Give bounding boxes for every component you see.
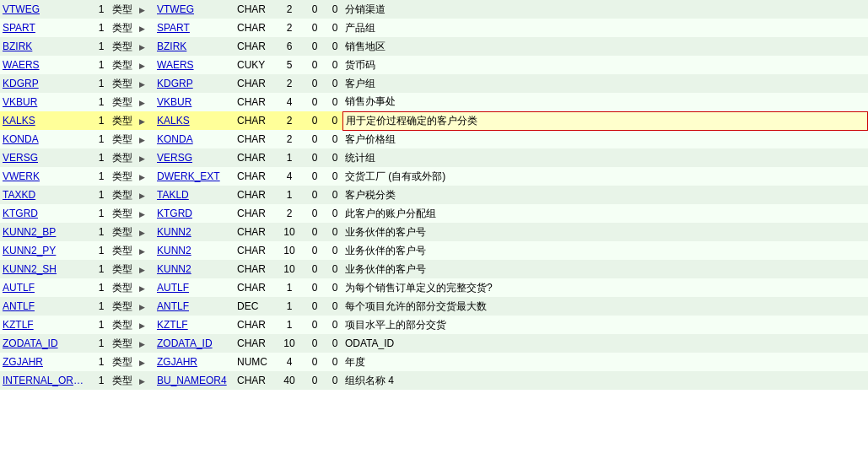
field-name-cell[interactable]: KDGRP <box>0 74 93 93</box>
length-cell: 40 <box>277 371 302 390</box>
decimal-cell: 0 <box>302 74 327 93</box>
rollname-link-cell[interactable]: DWERK_EXT <box>154 167 235 186</box>
rollname-link-cell[interactable]: KZTLF <box>154 316 235 334</box>
length-cell: 1 <box>277 316 302 334</box>
type-cell: 类型 <box>110 278 139 297</box>
rollname-link-cell[interactable]: BZIRK <box>154 37 235 56</box>
field-name-cell[interactable]: VTWEG <box>0 0 93 19</box>
rollname-link-cell[interactable]: WAERS <box>154 56 235 74</box>
description-cell: 货币码 <box>342 56 868 74</box>
length-cell: 2 <box>277 130 302 148</box>
field-name-cell[interactable]: WAERS <box>0 56 93 74</box>
num-cell: 1 <box>93 241 110 260</box>
num-cell: 1 <box>93 130 110 148</box>
field-name-cell[interactable]: AUTLF <box>0 278 93 297</box>
description-cell: 用于定价过程确定的客户分类 <box>342 111 868 130</box>
description-cell: 业务伙伴的客户号 <box>342 260 868 278</box>
field-name-cell[interactable]: SPART <box>0 19 93 37</box>
rollname-link-cell[interactable]: SPART <box>154 19 235 37</box>
decimal-cell: 0 <box>302 297 327 316</box>
decimal-cell: 0 <box>302 371 327 390</box>
table-row: KZTLF1类型KZTLFCHAR100项目水平上的部分交货 <box>0 316 868 334</box>
flag-cell: 0 <box>327 111 342 130</box>
type-cell: 类型 <box>110 353 139 371</box>
length-cell: 10 <box>277 260 302 278</box>
field-name-cell[interactable]: INTERNAL_ORGANI... <box>0 371 93 390</box>
decimal-cell: 0 <box>302 278 327 297</box>
decimal-cell: 0 <box>302 204 327 223</box>
data-table: VTWEG1类型VTWEGCHAR200分销渠道SPART1类型SPARTCHA… <box>0 0 868 390</box>
length-cell: 2 <box>277 19 302 37</box>
decimal-cell: 0 <box>302 353 327 371</box>
dtype-cell: CHAR <box>235 371 277 390</box>
field-name-cell[interactable]: ZODATA_ID <box>0 334 93 353</box>
rollname-link-cell[interactable]: AUTLF <box>154 278 235 297</box>
rollname-link-cell[interactable]: VTWEG <box>154 0 235 19</box>
rollname-link-cell[interactable]: BU_NAMEOR4 <box>154 371 235 390</box>
rollname-link-cell[interactable]: KTGRD <box>154 204 235 223</box>
flag-cell: 0 <box>327 260 342 278</box>
rollname-cell <box>139 297 154 316</box>
type-cell: 类型 <box>110 223 139 241</box>
rollname-link-cell[interactable]: KUNN2 <box>154 223 235 241</box>
type-cell: 类型 <box>110 297 139 316</box>
dtype-cell: CHAR <box>235 204 277 223</box>
field-name-cell[interactable]: KUNN2_PY <box>0 241 93 260</box>
rollname-link-cell[interactable]: VERSG <box>154 148 235 167</box>
dtype-cell: CHAR <box>235 278 277 297</box>
description-cell: 销售办事处 <box>342 93 868 111</box>
dtype-cell: CHAR <box>235 93 277 111</box>
rollname-link-cell[interactable]: KALKS <box>154 111 235 130</box>
rollname-link-cell[interactable]: KUNN2 <box>154 241 235 260</box>
length-cell: 1 <box>277 148 302 167</box>
num-cell: 1 <box>93 334 110 353</box>
table-row: AUTLF1类型AUTLFCHAR100为每个销售订单定义的完整交货? <box>0 278 868 297</box>
rollname-cell <box>139 316 154 334</box>
field-name-cell[interactable]: ZGJAHR <box>0 353 93 371</box>
rollname-link-cell[interactable]: TAKLD <box>154 186 235 204</box>
rollname-link-cell[interactable]: ZGJAHR <box>154 353 235 371</box>
flag-cell: 0 <box>327 19 342 37</box>
table-row: BZIRK1类型BZIRKCHAR600销售地区 <box>0 37 868 56</box>
decimal-cell: 0 <box>302 223 327 241</box>
field-name-cell[interactable]: VKBUR <box>0 93 93 111</box>
type-cell: 类型 <box>110 56 139 74</box>
field-name-cell[interactable]: KUNN2_SH <box>0 260 93 278</box>
field-name-cell[interactable]: TAXKD <box>0 186 93 204</box>
rollname-link-cell[interactable]: KUNN2 <box>154 260 235 278</box>
rollname-link-cell[interactable]: KDGRP <box>154 74 235 93</box>
num-cell: 1 <box>93 56 110 74</box>
rollname-cell <box>139 278 154 297</box>
field-name-cell[interactable]: VWERK <box>0 167 93 186</box>
rollname-link-cell[interactable]: ZODATA_ID <box>154 334 235 353</box>
num-cell: 1 <box>93 74 110 93</box>
dtype-cell: CHAR <box>235 0 277 19</box>
flag-cell: 0 <box>327 204 342 223</box>
type-cell: 类型 <box>110 260 139 278</box>
rollname-cell <box>139 148 154 167</box>
rollname-cell <box>139 223 154 241</box>
type-cell: 类型 <box>110 167 139 186</box>
field-name-cell[interactable]: ANTLF <box>0 297 93 316</box>
flag-cell: 0 <box>327 186 342 204</box>
dtype-cell: CHAR <box>235 167 277 186</box>
rollname-link-cell[interactable]: VKBUR <box>154 93 235 111</box>
num-cell: 1 <box>93 316 110 334</box>
flag-cell: 0 <box>327 241 342 260</box>
type-cell: 类型 <box>110 0 139 19</box>
field-name-cell[interactable]: VERSG <box>0 148 93 167</box>
type-cell: 类型 <box>110 186 139 204</box>
field-name-cell[interactable]: KZTLF <box>0 316 93 334</box>
field-name-cell[interactable]: KUNN2_BP <box>0 223 93 241</box>
flag-cell: 0 <box>327 353 342 371</box>
rollname-link-cell[interactable]: ANTLF <box>154 297 235 316</box>
table-row: KUNN2_BP1类型KUNN2CHAR1000业务伙伴的客户号 <box>0 223 868 241</box>
decimal-cell: 0 <box>302 148 327 167</box>
table-row: KUNN2_PY1类型KUNN2CHAR1000业务伙伴的客户号 <box>0 241 868 260</box>
rollname-link-cell[interactable]: KONDA <box>154 130 235 148</box>
decimal-cell: 0 <box>302 241 327 260</box>
field-name-cell[interactable]: KTGRD <box>0 204 93 223</box>
field-name-cell[interactable]: BZIRK <box>0 37 93 56</box>
field-name-cell[interactable]: KALKS <box>0 111 93 130</box>
field-name-cell[interactable]: KONDA <box>0 130 93 148</box>
